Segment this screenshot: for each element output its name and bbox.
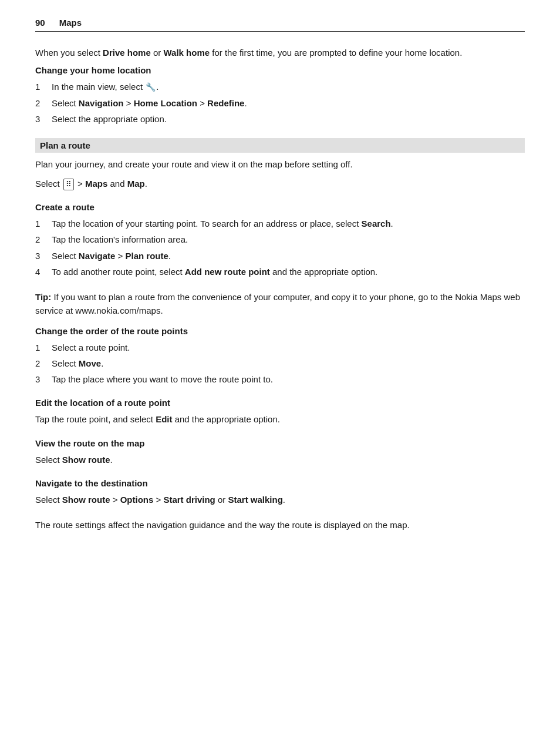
walk-home-bold: Walk home xyxy=(163,48,210,58)
options-bold: Options xyxy=(120,495,154,505)
create-route-section: Create a route 1 Tap the location of you… xyxy=(35,202,525,278)
select-maps-line: Select ⠿ > Maps and Map. xyxy=(35,177,525,190)
apps-icon: ⠿ xyxy=(63,179,74,190)
navigate-bold: Navigate xyxy=(79,251,116,261)
drive-home-bold: Drive home xyxy=(103,48,151,58)
redefine-bold: Redefine xyxy=(207,98,244,108)
list-item: 1 Select a route point. xyxy=(35,341,525,354)
wrench-icon: 🔧 xyxy=(146,81,156,94)
plan-route-bold: Plan route xyxy=(126,251,168,261)
plan-route-section: Plan a route Plan your journey, and crea… xyxy=(35,138,525,191)
edit-bold: Edit xyxy=(156,414,172,424)
navigate-destination-body: Select Show route > Options > Start driv… xyxy=(35,493,525,506)
create-route-list: 1 Tap the location of your starting poin… xyxy=(35,217,525,278)
edit-location-body: Tap the route point, and select Edit and… xyxy=(35,412,525,426)
start-driving-bold: Start driving xyxy=(163,495,215,505)
change-home-list: 1 In the main view, select 🔧. 2 Select N… xyxy=(35,80,525,126)
map-bold: Map xyxy=(127,179,145,189)
intro-section: When you select Drive home or Walk home … xyxy=(35,46,525,59)
page-header: 90 Maps xyxy=(35,18,525,32)
tip-label: Tip: xyxy=(35,292,51,302)
list-item: 1 Tap the location of your starting poin… xyxy=(35,217,525,230)
change-home-section: Change your home location 1 In the main … xyxy=(35,65,525,126)
start-walking-bold: Start walking xyxy=(228,495,282,505)
plan-route-intro: Plan your journey, and create your route… xyxy=(35,157,525,171)
list-item: 3 Select the appropriate option. xyxy=(35,112,525,126)
navigate-destination-heading: Navigate to the destination xyxy=(35,478,525,488)
change-home-heading: Change your home location xyxy=(35,65,525,75)
page-title: Maps xyxy=(59,18,82,28)
tip-section: Tip: If you want to plan a route from th… xyxy=(35,290,525,318)
show-route-bold: Show route xyxy=(62,455,110,465)
plan-route-heading: Plan a route xyxy=(35,138,525,153)
move-bold: Move xyxy=(79,358,101,368)
view-route-heading: View the route on the map xyxy=(35,438,525,448)
show-route-bold2: Show route xyxy=(62,495,110,505)
view-route-body: Select Show route. xyxy=(35,453,525,466)
list-item: 4 To add another route point, select Add… xyxy=(35,265,525,278)
search-bold: Search xyxy=(362,219,391,229)
list-item: 1 In the main view, select 🔧. xyxy=(35,80,525,94)
maps-bold: Maps xyxy=(85,179,107,189)
view-route-section: View the route on the map Select Show ro… xyxy=(35,438,525,466)
list-item: 3 Tap the place where you want to move t… xyxy=(35,372,525,386)
page-container: 90 Maps When you select Drive home or Wa… xyxy=(0,0,560,561)
footer-text: The route settings affect the navigation… xyxy=(35,518,525,532)
list-item: 2 Tap the location's information area. xyxy=(35,233,525,246)
change-order-list: 1 Select a route point. 2 Select Move. 3… xyxy=(35,341,525,387)
edit-location-section: Edit the location of a route point Tap t… xyxy=(35,398,525,426)
change-order-heading: Change the order of the route points xyxy=(35,326,525,336)
list-item: 2 Select Move. xyxy=(35,357,525,370)
home-location-bold: Home Location xyxy=(134,98,197,108)
navigate-destination-section: Navigate to the destination Select Show … xyxy=(35,478,525,506)
page-number: 90 xyxy=(35,18,45,28)
create-route-heading: Create a route xyxy=(35,202,525,212)
edit-location-heading: Edit the location of a route point xyxy=(35,398,525,408)
navigation-bold: Navigation xyxy=(79,98,124,108)
list-item: 2 Select Navigation > Home Location > Re… xyxy=(35,96,525,110)
change-order-section: Change the order of the route points 1 S… xyxy=(35,326,525,387)
list-item: 3 Select Navigate > Plan route. xyxy=(35,249,525,263)
add-new-route-point-bold: Add new route point xyxy=(185,267,270,277)
